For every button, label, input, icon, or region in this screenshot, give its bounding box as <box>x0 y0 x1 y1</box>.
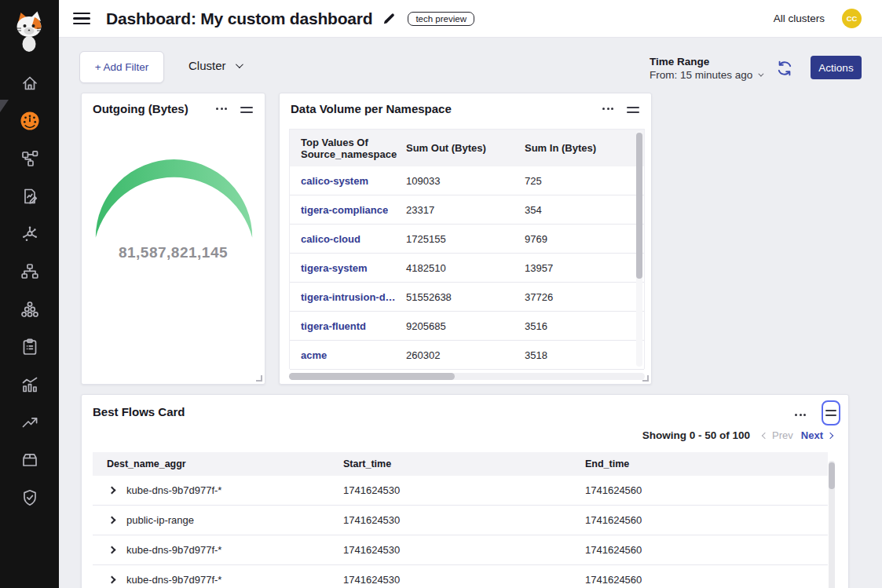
sum-out-value: 51552638 <box>400 283 518 311</box>
column-header-dest-name[interactable]: Dest_name_aggr <box>93 452 343 476</box>
sidebar-item-reports[interactable] <box>0 177 59 215</box>
table-row: public-ip-range 1741624530 1741624560 <box>93 506 828 535</box>
sidebar-item-security[interactable] <box>0 479 59 517</box>
end-time-value: 1741624560 <box>585 565 828 588</box>
table-row: acme 260302 3518 <box>290 341 644 370</box>
next-page-button[interactable]: Next <box>801 429 833 441</box>
more-options-button[interactable] <box>213 104 230 113</box>
time-range-label: Time Range <box>650 55 762 68</box>
drag-handle-icon[interactable] <box>624 104 642 115</box>
expand-chevron-icon[interactable] <box>108 487 116 495</box>
drag-handle-focused[interactable] <box>822 400 840 425</box>
pagination-status: Showing 0 - 50 of 100 <box>642 429 750 441</box>
expand-chevron-icon[interactable] <box>108 576 116 584</box>
expand-chevron-icon[interactable] <box>108 546 116 554</box>
topology-icon <box>20 149 39 168</box>
sum-out-value: 9205685 <box>400 312 518 340</box>
namespace-link[interactable]: tigera-fluentd <box>301 320 366 332</box>
drag-handle-icon[interactable] <box>238 104 255 115</box>
sum-out-value: 260302 <box>400 341 518 369</box>
more-options-button[interactable] <box>599 104 617 113</box>
calico-cat-logo[interactable] <box>11 9 47 53</box>
hamburger-menu-icon[interactable] <box>73 13 90 25</box>
sidebar-item-workloads[interactable] <box>0 441 59 479</box>
shield-check-icon <box>20 488 39 507</box>
expand-chevron-icon[interactable] <box>108 517 116 524</box>
sidebar <box>0 0 59 588</box>
vertical-scrollbar[interactable] <box>829 462 835 489</box>
table-row: tigera-intrusion-d… 51552638 37726 <box>290 283 644 312</box>
sidebar-item-home[interactable] <box>0 64 59 102</box>
more-options-button[interactable] <box>792 411 809 419</box>
namespace-link[interactable]: tigera-system <box>301 262 368 274</box>
tech-preview-badge: tech preview <box>408 12 474 26</box>
column-header-end-time[interactable]: End_time <box>585 452 828 476</box>
prev-page-button[interactable]: Prev <box>763 429 793 441</box>
namespace-link[interactable]: acme <box>301 349 327 361</box>
column-header-source-namespace[interactable]: Top Values Of Source_namespace <box>290 130 400 166</box>
sidebar-item-performance[interactable] <box>0 404 59 441</box>
topbar: Dashboard: My custom dashboard tech prev… <box>59 0 882 38</box>
gauge-dashboard-icon <box>20 111 39 130</box>
start-time-value: 1741624530 <box>343 476 585 505</box>
table-row: kube-dns-9b7d977f-* 1741624530 174162456… <box>93 476 828 506</box>
table-row: tigera-compliance 23317 354 <box>290 195 644 225</box>
sum-in-value: 725 <box>518 166 644 195</box>
namespace-link[interactable]: calico-cloud <box>301 233 360 245</box>
sum-in-value: 37726 <box>518 283 644 311</box>
sidebar-item-dashboards[interactable] <box>0 102 59 140</box>
flows-table: Dest_name_aggr Start_time End_time kube-… <box>93 452 828 588</box>
refresh-button[interactable] <box>776 60 793 77</box>
column-header-start-time[interactable]: Start_time <box>343 452 585 476</box>
chevron-right-icon <box>827 432 833 438</box>
sum-out-value: 23317 <box>400 195 518 224</box>
actions-button[interactable]: Actions <box>811 56 862 79</box>
card-title: Data Volume per Namespace <box>291 102 452 115</box>
start-time-value: 1741624530 <box>343 565 585 588</box>
sum-out-value: 1725155 <box>400 225 518 253</box>
table-row: calico-cloud 1725155 9769 <box>290 225 644 254</box>
cluster-dropdown-label: Cluster <box>188 59 226 72</box>
dest-name: kube-dns-9b7d977f-* <box>126 574 221 586</box>
namespace-link[interactable]: tigera-compliance <box>301 204 388 216</box>
resize-handle[interactable] <box>256 375 262 382</box>
namespace-link[interactable]: calico-system <box>301 175 368 187</box>
package-icon <box>20 451 39 469</box>
vertical-scrollbar[interactable] <box>636 133 642 279</box>
namespace-table: Top Values Of Source_namespace Sum Out (… <box>289 129 645 369</box>
end-time-value: 1741624560 <box>585 535 828 564</box>
namespace-link[interactable]: tigera-intrusion-d… <box>301 291 396 303</box>
sidebar-item-topology[interactable] <box>0 140 59 177</box>
column-header-sum-in[interactable]: Sum In (Bytes) <box>518 130 644 166</box>
sum-out-value: 109033 <box>400 166 518 195</box>
sitemap-icon <box>20 262 39 281</box>
table-row: calico-system 109033 725 <box>290 166 644 195</box>
sum-in-value: 9769 <box>518 225 644 253</box>
all-clusters-selector[interactable]: All clusters <box>774 13 825 24</box>
add-filter-button[interactable]: + Add Filter <box>79 51 164 83</box>
time-range-value[interactable]: From: 15 minutes ago <box>650 68 762 82</box>
horizontal-scrollbar[interactable] <box>289 373 455 380</box>
resize-handle[interactable] <box>642 375 649 382</box>
sidebar-item-clusters[interactable] <box>0 290 59 328</box>
main-content: + Add Filter Cluster Time Range From: 15… <box>59 38 882 588</box>
sidebar-item-network[interactable] <box>0 253 59 290</box>
edit-pencil-icon[interactable] <box>382 11 397 26</box>
cluster-dropdown[interactable]: Cluster <box>188 59 241 72</box>
dest-name: kube-dns-9b7d977f-* <box>126 544 221 556</box>
sum-in-value: 3516 <box>518 312 644 340</box>
sidebar-item-compliance[interactable] <box>0 328 59 366</box>
dest-name: public-ip-range <box>126 514 194 526</box>
avatar[interactable]: CC <box>842 9 862 28</box>
gauge-arc <box>91 150 257 244</box>
sum-in-value: 354 <box>518 195 644 224</box>
table-row: kube-dns-9b7d977f-* 1741624530 174162456… <box>93 565 828 588</box>
time-range: Time Range From: 15 minutes ago <box>650 55 762 82</box>
sidebar-item-statistics[interactable] <box>0 366 59 404</box>
column-header-sum-out[interactable]: Sum Out (Bytes) <box>400 130 518 166</box>
chevron-down-icon <box>759 71 764 77</box>
sidebar-item-service-graph[interactable] <box>0 215 59 253</box>
sum-in-value: 13957 <box>518 254 644 282</box>
home-icon <box>20 74 39 93</box>
table-row: tigera-fluentd 9205685 3516 <box>290 312 644 341</box>
